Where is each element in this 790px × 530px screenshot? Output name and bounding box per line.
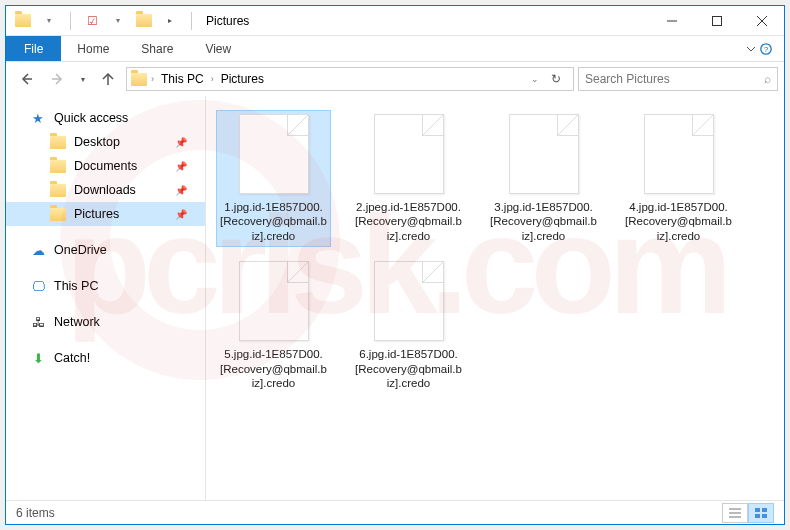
pin-icon: 📌 xyxy=(175,161,187,172)
pin-icon: 📌 xyxy=(175,185,187,196)
separator xyxy=(191,12,192,30)
details-view-button[interactable] xyxy=(722,503,748,523)
tree-label: Pictures xyxy=(74,207,119,221)
refresh-button[interactable]: ↻ xyxy=(543,72,569,86)
file-item[interactable]: 1.jpg.id-1E857D00.[Recovery@qbmail.biz].… xyxy=(216,110,331,247)
minimize-icon xyxy=(667,16,677,26)
icons-view-icon xyxy=(755,508,767,518)
file-icon xyxy=(509,114,579,194)
ribbon-expand-button[interactable]: ? xyxy=(734,36,784,61)
file-name-label: 4.jpg.id-1E857D00.[Recovery@qbmail.biz].… xyxy=(625,200,732,243)
forward-arrow-icon xyxy=(50,71,66,87)
file-name-label: 5.jpg.id-1E857D00.[Recovery@qbmail.biz].… xyxy=(220,347,327,390)
svg-rect-1 xyxy=(712,16,721,25)
file-name-label: 6.jpg.id-1E857D00.[Recovery@qbmail.biz].… xyxy=(355,347,462,390)
cloud-icon: ☁ xyxy=(30,242,46,258)
pin-icon: 📌 xyxy=(175,209,187,220)
thispc-node[interactable]: 🖵 This PC xyxy=(6,274,205,298)
sidebar-item-documents[interactable]: Documents 📌 xyxy=(6,154,205,178)
file-item[interactable]: 5.jpg.id-1E857D00.[Recovery@qbmail.biz].… xyxy=(216,257,331,394)
quick-access-node[interactable]: ★ Quick access xyxy=(6,106,205,130)
minimize-button[interactable] xyxy=(649,6,694,35)
sidebar-item-desktop[interactable]: Desktop 📌 xyxy=(6,130,205,154)
tree-label: Network xyxy=(54,315,100,329)
pin-icon: 📌 xyxy=(175,137,187,148)
search-icon: ⌕ xyxy=(764,72,771,86)
svg-rect-12 xyxy=(755,508,760,512)
svg-text:?: ? xyxy=(764,45,769,54)
ribbon: File Home Share View ? xyxy=(6,36,784,62)
details-view-icon xyxy=(729,508,741,518)
tree-label: Documents xyxy=(74,159,137,173)
tab-view[interactable]: View xyxy=(189,36,247,61)
up-button[interactable] xyxy=(94,66,122,92)
tree-label: OneDrive xyxy=(54,243,107,257)
tab-share[interactable]: Share xyxy=(125,36,189,61)
file-pane[interactable]: 1.jpg.id-1E857D00.[Recovery@qbmail.biz].… xyxy=(206,96,784,500)
recent-dropdown[interactable]: ▾ xyxy=(76,66,90,92)
navigation-pane: ★ Quick access Desktop 📌 Documents 📌 Dow… xyxy=(6,96,206,500)
sidebar-item-downloads[interactable]: Downloads 📌 xyxy=(6,178,205,202)
file-item[interactable]: 6.jpg.id-1E857D00.[Recovery@qbmail.biz].… xyxy=(351,257,466,394)
back-button[interactable] xyxy=(12,66,40,92)
chevron-right-icon[interactable]: › xyxy=(209,74,216,84)
file-icon xyxy=(374,114,444,194)
location-folder-icon xyxy=(131,71,147,87)
qat-dropdown-icon[interactable]: ▾ xyxy=(38,10,60,32)
folder-glyph-icon xyxy=(12,10,34,32)
close-icon xyxy=(757,16,767,26)
properties-icon[interactable]: ☑ xyxy=(81,10,103,32)
search-input[interactable] xyxy=(585,72,764,86)
breadcrumb[interactable]: Pictures xyxy=(218,72,267,86)
chevron-down-icon xyxy=(746,44,756,54)
svg-rect-14 xyxy=(755,514,760,518)
file-name-label: 1.jpg.id-1E857D00.[Recovery@qbmail.biz].… xyxy=(220,200,327,243)
sidebar-item-pictures[interactable]: Pictures 📌 xyxy=(6,202,205,226)
tree-label: Downloads xyxy=(74,183,136,197)
explorer-window: ▾ ☑ ▾ ▸ Pictures File Home Share View xyxy=(5,5,785,525)
folder-icon xyxy=(50,134,66,150)
chevron-right-icon[interactable]: › xyxy=(149,74,156,84)
network-icon: 🖧 xyxy=(30,314,46,330)
tree-label: Catch! xyxy=(54,351,90,365)
folder-icon xyxy=(50,182,66,198)
tab-home[interactable]: Home xyxy=(61,36,125,61)
separator xyxy=(70,12,71,30)
file-name-label: 2.jpeg.id-1E857D00.[Recovery@qbmail.biz]… xyxy=(355,200,462,243)
address-bar[interactable]: › This PC › Pictures ⌄ ↻ xyxy=(126,67,574,91)
item-count-label: 6 items xyxy=(16,506,55,520)
search-box[interactable]: ⌕ xyxy=(578,67,778,91)
file-icon xyxy=(239,114,309,194)
maximize-icon xyxy=(712,16,722,26)
maximize-button[interactable] xyxy=(694,6,739,35)
window-title: Pictures xyxy=(206,14,249,28)
qat-dropdown2-icon[interactable]: ▾ xyxy=(107,10,129,32)
file-item[interactable]: 3.jpg.id-1E857D00.[Recovery@qbmail.biz].… xyxy=(486,110,601,247)
forward-button[interactable] xyxy=(44,66,72,92)
new-folder-icon[interactable] xyxy=(133,10,155,32)
close-button[interactable] xyxy=(739,6,784,35)
catch-icon: ⬇ xyxy=(30,350,46,366)
file-icon xyxy=(239,261,309,341)
qat-customize-icon[interactable]: ▸ xyxy=(159,10,181,32)
network-node[interactable]: 🖧 Network xyxy=(6,310,205,334)
status-bar: 6 items xyxy=(6,500,784,524)
file-menu[interactable]: File xyxy=(6,36,61,61)
tree-label: Desktop xyxy=(74,135,120,149)
file-item[interactable]: 4.jpg.id-1E857D00.[Recovery@qbmail.biz].… xyxy=(621,110,736,247)
up-arrow-icon xyxy=(100,71,116,87)
breadcrumb[interactable]: This PC xyxy=(158,72,207,86)
file-name-label: 3.jpg.id-1E857D00.[Recovery@qbmail.biz].… xyxy=(490,200,597,243)
address-dropdown-icon[interactable]: ⌄ xyxy=(529,74,541,84)
address-row: ▾ › This PC › Pictures ⌄ ↻ ⌕ xyxy=(6,62,784,96)
tree-label: This PC xyxy=(54,279,98,293)
onedrive-node[interactable]: ☁ OneDrive xyxy=(6,238,205,262)
help-icon[interactable]: ? xyxy=(760,43,772,55)
icons-view-button[interactable] xyxy=(748,503,774,523)
file-item[interactable]: 2.jpeg.id-1E857D00.[Recovery@qbmail.biz]… xyxy=(351,110,466,247)
tree-label: Quick access xyxy=(54,111,128,125)
titlebar: ▾ ☑ ▾ ▸ Pictures xyxy=(6,6,784,36)
catch-node[interactable]: ⬇ Catch! xyxy=(6,346,205,370)
star-icon: ★ xyxy=(30,110,46,126)
file-icon xyxy=(374,261,444,341)
